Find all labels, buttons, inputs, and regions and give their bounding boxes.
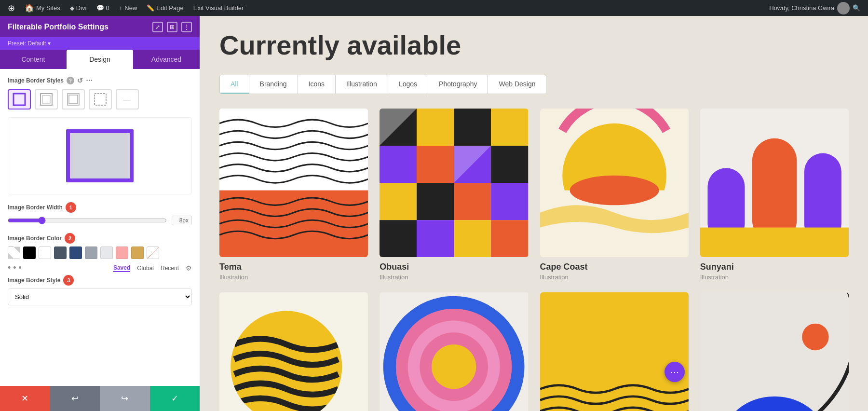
color-tab-saved[interactable]: Saved — [113, 264, 130, 272]
content-area: Currently available All Branding Icons I… — [200, 16, 868, 411]
undo-button[interactable]: ↩ — [50, 386, 100, 411]
filter-tab-photography[interactable]: Photography — [428, 75, 488, 94]
filter-tab-all[interactable]: All — [220, 75, 249, 94]
avatar — [837, 2, 850, 14]
portfolio-item-tamale[interactable]: Tamale Illustration — [700, 292, 849, 411]
tab-content[interactable]: Content — [0, 50, 67, 69]
filter-tab-webdesign[interactable]: Web Design — [488, 75, 546, 94]
portfolio-item-tema[interactable]: Tema Illustration — [219, 109, 368, 281]
svg-rect-5 — [95, 94, 106, 105]
wp-logo[interactable]: ⊕ — [4, 0, 19, 16]
svg-rect-47 — [700, 292, 849, 411]
sidebar-title: Filterable Portfolio Settings — [8, 23, 149, 31]
svg-rect-2 — [42, 96, 50, 103]
svg-rect-17 — [491, 146, 528, 183]
edit-page-button[interactable]: ✏️ Edit Page — [143, 0, 187, 16]
filter-tab-branding[interactable]: Branding — [249, 75, 298, 94]
svg-rect-12 — [454, 109, 491, 146]
color-swatches — [8, 247, 192, 259]
portfolio-item-ashaiman[interactable]: Ashaiman Illustration — [219, 292, 368, 411]
divi-menu[interactable]: ◆ Divi — [66, 0, 91, 16]
border-style-select[interactable]: None Solid Dashed Dotted Double — [8, 288, 192, 305]
panel-content: Image Border Styles ? ↺ ⋯ — — [0, 69, 200, 386]
svg-text:—: — — [123, 96, 131, 104]
border-color-label: Image Border Color 2 — [8, 233, 192, 244]
border-option-inner[interactable] — [35, 89, 58, 110]
svg-rect-20 — [454, 183, 491, 220]
swatch-lightgray[interactable] — [100, 247, 113, 259]
grid-icon[interactable]: ⊞ — [167, 22, 177, 32]
expand-icon[interactable]: ⤢ — [152, 22, 163, 32]
floating-more-button[interactable]: ⋯ — [665, 362, 685, 382]
border-width-label: Image Border Width 1 — [8, 202, 192, 213]
svg-rect-18 — [380, 183, 417, 220]
swatch-darkgray[interactable] — [54, 247, 67, 259]
svg-rect-36 — [700, 227, 849, 257]
more-border-styles-icon[interactable]: ⋯ — [86, 77, 93, 84]
portfolio-thumb-sekondi — [540, 292, 689, 411]
sidebar-panel: Filterable Portfolio Settings ⤢ ⊞ ⋮ Pres… — [0, 16, 200, 411]
main-layout: Filterable Portfolio Settings ⤢ ⊞ ⋮ Pres… — [0, 16, 868, 411]
tab-advanced[interactable]: Advanced — [133, 50, 200, 69]
comments-link[interactable]: 💬 0 — [93, 0, 113, 16]
color-more-dots[interactable]: • • • — [8, 263, 22, 273]
admin-bar: ⊕ 🏠 My Sites ◆ Divi 💬 0 + New ✏️ Edit Pa… — [0, 0, 868, 16]
swatch-gold[interactable] — [131, 247, 144, 259]
redo-button[interactable]: ↪ — [100, 386, 150, 411]
close-button[interactable]: ✕ — [0, 386, 50, 411]
border-option-none[interactable]: — — [116, 89, 139, 110]
filter-tab-illustration[interactable]: Illustration — [336, 75, 388, 94]
svg-rect-0 — [14, 94, 25, 105]
portfolio-item-obuasi[interactable]: Obuasi Illustration — [380, 109, 528, 281]
border-option-solid[interactable] — [8, 89, 31, 110]
portfolio-grid: Tema Illustration — [219, 109, 849, 411]
portfolio-thumb-tema — [219, 109, 368, 257]
help-icon[interactable]: ? — [67, 77, 74, 84]
portfolio-title-obuasi: Obuasi — [380, 262, 528, 272]
color-tab-global[interactable]: Global — [137, 265, 154, 272]
portfolio-item-takoradi[interactable]: Takoradi Illustration — [380, 292, 528, 411]
more-options-icon[interactable]: ⋮ — [181, 22, 192, 32]
svg-rect-23 — [417, 220, 454, 257]
sidebar-header: Filterable Portfolio Settings ⤢ ⊞ ⋮ — [0, 16, 200, 37]
border-style-label: Image Border Style 3 — [8, 275, 192, 286]
save-button[interactable]: ✓ — [150, 386, 200, 411]
admin-bar-right: Howdy, Christina Gwira 🔍 — [765, 2, 864, 14]
search-icon[interactable]: 🔍 — [853, 4, 860, 12]
my-sites[interactable]: 🏠 My Sites — [21, 0, 64, 16]
portfolio-title-tema: Tema — [219, 262, 368, 272]
filter-tab-icons[interactable]: Icons — [298, 75, 336, 94]
preset-selector[interactable]: Preset: Default ▾ — [0, 37, 200, 50]
svg-rect-25 — [491, 220, 528, 257]
border-width-slider-row: 8px — [8, 216, 192, 225]
swatch-white[interactable] — [39, 247, 51, 259]
preview-inner — [66, 129, 134, 182]
new-button[interactable]: + New — [115, 0, 141, 16]
svg-point-49 — [802, 324, 828, 350]
portfolio-item-cape-coast[interactable]: Cape Coast Illustration — [540, 109, 689, 281]
swatch-black[interactable] — [23, 247, 36, 259]
reset-border-styles-icon[interactable]: ↺ — [77, 77, 83, 84]
swatch-navy[interactable] — [69, 247, 82, 259]
border-option-dashed[interactable] — [89, 89, 112, 110]
portfolio-item-sunyani[interactable]: Sunyani Illustration — [700, 109, 849, 281]
user-greeting[interactable]: Howdy, Christina Gwira 🔍 — [765, 2, 864, 14]
exit-visual-builder-button[interactable]: Exit Visual Builder — [190, 0, 248, 16]
swatch-pink[interactable] — [116, 247, 128, 259]
border-option-double[interactable] — [62, 89, 85, 110]
tab-design[interactable]: Design — [67, 50, 133, 69]
filter-tab-logos[interactable]: Logos — [388, 75, 428, 94]
portfolio-item-sekondi[interactable]: Sekondi Illustration — [540, 292, 689, 411]
color-settings-icon[interactable]: ⚙ — [186, 264, 192, 272]
svg-point-31 — [570, 175, 659, 205]
portfolio-title-sunyani: Sunyani — [700, 262, 849, 272]
swatch-transparent[interactable] — [8, 247, 20, 259]
svg-rect-21 — [491, 183, 528, 220]
swatch-gray[interactable] — [85, 247, 97, 259]
bottom-toolbar: ✕ ↩ ↪ ✓ — [0, 386, 200, 411]
border-width-value[interactable]: 8px — [172, 216, 192, 225]
swatch-red-diagonal[interactable] — [147, 247, 159, 259]
color-tab-recent[interactable]: Recent — [161, 265, 179, 272]
portfolio-thumb-obuasi — [380, 109, 528, 257]
border-width-slider[interactable] — [8, 217, 167, 224]
